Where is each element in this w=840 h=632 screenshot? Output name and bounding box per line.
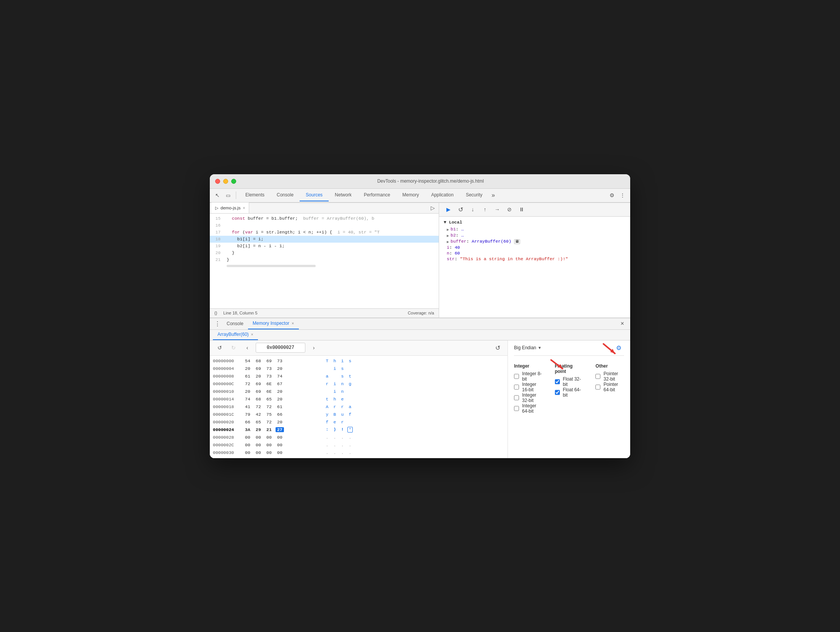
tab-elements[interactable]: Elements: [239, 189, 271, 201]
tab-console-bottom[interactable]: Console: [222, 318, 248, 329]
history-back-btn[interactable]: ↺: [214, 342, 225, 353]
history-forward-btn[interactable]: ↻: [228, 342, 239, 353]
int32-checkbox[interactable]: [514, 395, 519, 400]
float32-checkbox[interactable]: [555, 379, 560, 384]
settings-panel: Big Endian ▾ ⚙ Integer: [508, 340, 630, 458]
integer-column: Integer Integer 8-bit Integer 16-bit: [514, 359, 543, 419]
resume-btn[interactable]: ▶: [444, 205, 453, 214]
bottom-close-btn[interactable]: ×: [618, 320, 627, 327]
run-icon[interactable]: ▷: [428, 203, 437, 212]
scope-n: n: 60: [444, 250, 626, 256]
file-icon: ▷: [215, 206, 218, 211]
pause-btn[interactable]: ⏸: [517, 205, 526, 214]
devtools-window: DevTools - memory-inspector.glitch.me/de…: [210, 174, 630, 458]
tab-sources[interactable]: Sources: [300, 189, 329, 201]
code-line-18: 18 b1[i] = i;: [210, 236, 439, 243]
status-bar: {} Line 18, Column 5 Coverage: n/a: [210, 308, 439, 318]
float64-label: Float 64-bit: [563, 387, 584, 398]
address-input[interactable]: [256, 343, 305, 353]
hex-panel: ↺ ↻ ‹ › ↺ 00000000 54: [210, 340, 508, 458]
next-btn[interactable]: ›: [308, 342, 319, 353]
bottom-menu-icon[interactable]: ⋮: [213, 319, 222, 328]
file-tab-demo-js[interactable]: ▷ demo-js.js ×: [211, 203, 249, 213]
deactivate-btn[interactable]: ⊘: [505, 205, 514, 214]
scope-b1[interactable]: ▶ b1: …: [444, 226, 626, 232]
hex-row-0: 00000000 54 68 69 73 T h: [210, 357, 508, 365]
ptr64-label: Pointer 64-bit: [603, 382, 624, 392]
int8-row: Integer 8-bit: [514, 372, 543, 381]
code-line-15: 15 const buffer = b1.buffer; buffer = Ar…: [210, 215, 439, 222]
device-icon[interactable]: ▭: [224, 191, 233, 200]
tab-console[interactable]: Console: [271, 189, 300, 201]
float64-checkbox[interactable]: [555, 390, 560, 395]
int64-label: Integer 64-bit: [522, 403, 543, 414]
tab-more[interactable]: »: [488, 192, 498, 199]
hex-row-c: 0000000C 72 69 6E 67 r i: [210, 380, 508, 388]
scope-local-title: ▼ Local: [444, 220, 626, 225]
file-tab-close[interactable]: ×: [243, 206, 245, 210]
code-line-17: 17 for (var i = str.length; i < n; ++i) …: [210, 229, 439, 236]
hex-row-1c: 0000001C 79 42 75 66 y B: [210, 411, 508, 418]
step-into-btn[interactable]: ↓: [468, 205, 477, 214]
tab-performance[interactable]: Performance: [358, 189, 396, 201]
cursor-icon[interactable]: ↖: [213, 191, 222, 200]
minimize-button[interactable]: [223, 179, 228, 184]
bottom-tab-bar: ⋮ Console Memory Inspector × ×: [210, 318, 630, 330]
ptr32-checkbox[interactable]: [595, 374, 600, 379]
endian-select[interactable]: Big Endian ▾: [514, 345, 541, 350]
step-over-btn[interactable]: ↺: [456, 205, 465, 214]
scope-buffer[interactable]: ▶ buffer: ArrayBuffer(60) 🖥: [444, 238, 626, 245]
hex-row-30: 00000030 00 00 00 00 . .: [210, 449, 508, 457]
hex-row-10: 00000010 20 69 6E 20 i: [210, 388, 508, 395]
maximize-button[interactable]: [231, 179, 236, 184]
buffer-tab[interactable]: ArrayBuffer(60) ×: [213, 329, 258, 340]
buffer-tab-close[interactable]: ×: [251, 332, 253, 337]
settings-icon[interactable]: ⚙: [607, 191, 616, 200]
ptr32-label: Pointer 32-bit: [603, 371, 624, 382]
hex-row-24: 00000024 3A 29 21 27 : ): [210, 426, 508, 434]
close-button[interactable]: [215, 179, 220, 184]
memory-inspector-close[interactable]: ×: [292, 321, 294, 326]
hex-row-2c: 0000002C 00 00 00 00 . .: [210, 441, 508, 449]
hex-row-14: 00000014 74 68 65 20 t h: [210, 395, 508, 403]
more-icon[interactable]: ⋮: [618, 191, 627, 200]
file-tab-bar: ▷ demo-js.js × ▷: [210, 203, 439, 214]
devtools-container: ↖ ▭ Elements Console Sources Network Per…: [210, 189, 630, 458]
int32-row: Integer 32-bit: [514, 393, 543, 402]
hex-row-20: 00000020 66 65 72 20 f e: [210, 418, 508, 426]
int8-checkbox[interactable]: [514, 374, 519, 379]
settings-columns: Integer Integer 8-bit Integer 16-bit: [514, 356, 624, 419]
tab-application[interactable]: Application: [425, 189, 460, 201]
other-column: Other Pointer 32-bit Pointer 64-bit: [595, 359, 624, 419]
code-line-19: 19 b2[i] = n - i - 1;: [210, 243, 439, 250]
code-line-16: 16: [210, 222, 439, 229]
debugger-panel: ▶ ↺ ↓ ↑ → ⊘ ⏸ ▼ Local ▶ b1: … ▶: [439, 203, 630, 318]
int16-label: Integer 16-bit: [522, 382, 543, 392]
nav-bar: ↺ ↻ ‹ › ↺: [210, 340, 508, 356]
ptr64-row: Pointer 64-bit: [595, 382, 624, 392]
int64-checkbox[interactable]: [514, 406, 519, 411]
endian-label: Big Endian: [514, 345, 536, 350]
hex-data: 00000000 54 68 69 73 T h: [210, 356, 508, 458]
traffic-lights: [215, 179, 236, 184]
int16-checkbox[interactable]: [514, 384, 519, 390]
red-arrow-float: [547, 358, 566, 373]
tab-security[interactable]: Security: [460, 189, 488, 201]
hex-row-28: 00000028 00 00 00 00 . .: [210, 434, 508, 441]
scope-b2[interactable]: ▶ b2: …: [444, 232, 626, 238]
prev-btn[interactable]: ‹: [242, 342, 253, 353]
scope-i: i: 40: [444, 245, 626, 250]
window-title: DevTools - memory-inspector.glitch.me/de…: [236, 178, 625, 184]
refresh-btn[interactable]: ↺: [492, 342, 503, 353]
ptr64-checkbox[interactable]: [595, 384, 600, 390]
float-column: Floating point Float 32-bit Float 64-bit: [555, 359, 584, 419]
step-out-btn[interactable]: ↑: [480, 205, 490, 214]
tab-network[interactable]: Network: [329, 189, 358, 201]
coverage-status: Coverage: n/a: [408, 311, 434, 315]
step-btn[interactable]: →: [493, 205, 502, 214]
code-line-20: 20 }: [210, 250, 439, 256]
scope-str: str: "This is a string in the ArrayBuffe…: [444, 256, 626, 262]
other-section: Other Pointer 32-bit Pointer 64-bit: [595, 359, 624, 398]
tab-memory[interactable]: Memory: [396, 189, 425, 201]
tab-memory-inspector[interactable]: Memory Inspector ×: [248, 318, 298, 329]
